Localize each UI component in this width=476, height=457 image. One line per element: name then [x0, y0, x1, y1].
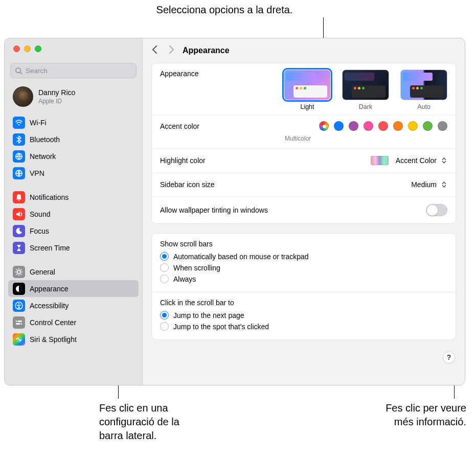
minimize-button[interactable] [24, 45, 31, 52]
sidebar-item-label: Notifications [30, 193, 69, 201]
sidebar-item-network[interactable]: Network [8, 148, 139, 165]
sidebar-item-siri-spotlight[interactable]: Siri & Spotlight [8, 331, 139, 348]
toggle-knob [427, 205, 438, 216]
zoom-button[interactable] [35, 45, 41, 52]
svg-point-12 [17, 321, 18, 322]
scrollclick-label: Click in the scroll bar to [160, 299, 447, 307]
search-icon [15, 67, 22, 75]
callout-bottom-right: Fes clic per veuremés informació. [359, 401, 466, 429]
sidebar-item-appearance[interactable]: Appearance [8, 280, 139, 297]
back-button[interactable] [152, 45, 157, 56]
radio-button [160, 311, 169, 319]
highlight-value: Accent Color [396, 156, 437, 165]
sidebar-item-label: Screen Time [30, 244, 70, 252]
gear-icon [13, 266, 25, 278]
svg-point-9 [18, 303, 20, 305]
appearance-panel: Appearance Light Dark Auto Accent color … [151, 63, 456, 224]
sidebar-item-notifications[interactable]: Notifications [8, 189, 139, 205]
theme-thumb [342, 70, 389, 100]
themes: Light Dark Auto [284, 70, 447, 110]
scrollbars-row: Show scroll bars Automatically based on … [152, 234, 456, 292]
sidebar-item-label: Appearance [30, 285, 69, 293]
accent-label: Accent color [160, 122, 319, 130]
svg-point-13 [20, 323, 21, 325]
sidebar-size-popup[interactable]: Medium [408, 180, 447, 189]
tinting-toggle[interactable] [426, 204, 447, 216]
scrollclick-row: Click in the scroll bar to Jump to the n… [152, 292, 456, 339]
accent-caption: Multicolor [285, 135, 447, 142]
search-placeholder: Search [26, 67, 48, 75]
sidebar-item-general[interactable]: General [8, 263, 139, 280]
help-button[interactable]: ? [443, 351, 455, 363]
highlight-popup[interactable]: Accent Color [393, 156, 447, 165]
callout-bottom-left: Fes clic en unaconfiguració de labarra l… [99, 401, 212, 443]
accent-swatch-multicolor[interactable] [319, 121, 329, 131]
window-controls [5, 38, 142, 57]
scrollclick-option[interactable]: Jump to the spot that's clicked [160, 322, 447, 331]
search-input[interactable]: Search [10, 63, 137, 78]
highlight-swatch [371, 156, 389, 165]
sidebar-item-sound[interactable]: Sound [8, 205, 139, 222]
sidebar-item-label: VPN [30, 169, 44, 177]
appearance-row: Appearance Light Dark Auto [152, 63, 456, 115]
forward-button[interactable] [169, 45, 174, 56]
accent-swatch-pink[interactable] [364, 121, 373, 131]
sidebar-item-label: Wi-Fi [30, 119, 47, 127]
vpn-icon [13, 167, 25, 179]
accent-swatch-blue[interactable] [334, 121, 344, 131]
sidebar-item-label: Focus [30, 227, 49, 235]
accent-swatch-graphite[interactable] [438, 121, 447, 131]
sidebar-size-row: Sidebar icon size Medium [152, 173, 456, 197]
network-icon [13, 150, 25, 163]
nav-arrows [152, 45, 174, 56]
accent-swatch-red[interactable] [378, 121, 388, 131]
controlcenter-icon [13, 316, 25, 329]
scrollbars-option[interactable]: Always [160, 275, 447, 283]
scrollbars-option[interactable]: Automatically based on mouse or trackpad [160, 252, 447, 261]
theme-thumb [400, 70, 447, 100]
sidebar-item-label: Network [30, 152, 56, 161]
radio-label: Jump to the next page [173, 311, 244, 319]
chevron-updown-icon [442, 157, 446, 164]
svg-point-2 [18, 124, 20, 125]
accent-swatch-purple[interactable] [349, 121, 358, 131]
sidebar-item-vpn[interactable]: VPN [8, 165, 139, 181]
radio-label: When scrolling [173, 264, 220, 272]
sidebar-list: Wi-FiBluetoothNetworkVPNNotificationsSou… [5, 114, 142, 351]
settings-window: Search Danny Rico Apple ID Wi-FiBluetoot… [4, 38, 465, 385]
scrollbars-option[interactable]: When scrolling [160, 263, 447, 272]
accent-swatch-yellow[interactable] [408, 121, 418, 131]
radio-button [160, 252, 169, 261]
scrollclick-option[interactable]: Jump to the next page [160, 311, 447, 319]
sidebar-item-label: Siri & Spotlight [30, 335, 77, 344]
accent-swatch-green[interactable] [423, 121, 433, 131]
sidebar-item-control-center[interactable]: Control Center [8, 314, 139, 331]
sidebar-item-label: Accessibility [30, 302, 69, 310]
theme-label: Auto [400, 103, 447, 110]
sidebar-item-accessibility[interactable]: Accessibility [8, 297, 139, 314]
sidebar-item-focus[interactable]: Focus [8, 222, 139, 239]
theme-option-dark[interactable]: Dark [342, 70, 389, 110]
account-row[interactable]: Danny Rico Apple ID [5, 82, 142, 114]
bell-icon [13, 191, 25, 203]
siri-icon [13, 333, 25, 346]
theme-option-light[interactable]: Light [284, 70, 331, 110]
theme-option-auto[interactable]: Auto [400, 70, 447, 110]
sidebar-item-screen-time[interactable]: Screen Time [8, 239, 139, 256]
theme-label: Light [284, 103, 331, 110]
tinting-label: Allow wallpaper tinting in windows [160, 206, 426, 214]
theme-label: Dark [342, 103, 389, 110]
accent-swatch-orange[interactable] [393, 121, 403, 131]
wifi-icon [13, 117, 25, 129]
avatar [13, 86, 33, 107]
toolbar: Appearance [143, 38, 465, 63]
sidebar-item-label: Control Center [30, 318, 76, 327]
tinting-row: Allow wallpaper tinting in windows [152, 197, 456, 223]
sidebar-item-bluetooth[interactable]: Bluetooth [8, 131, 139, 148]
chevron-updown-icon [442, 181, 446, 188]
sidebar-item-label: Sound [30, 210, 50, 218]
page-title: Appearance [183, 46, 230, 55]
sidebar-item-wi-fi[interactable]: Wi-Fi [8, 114, 139, 131]
radio-label: Jump to the spot that's clicked [173, 323, 269, 331]
close-button[interactable] [13, 45, 20, 52]
